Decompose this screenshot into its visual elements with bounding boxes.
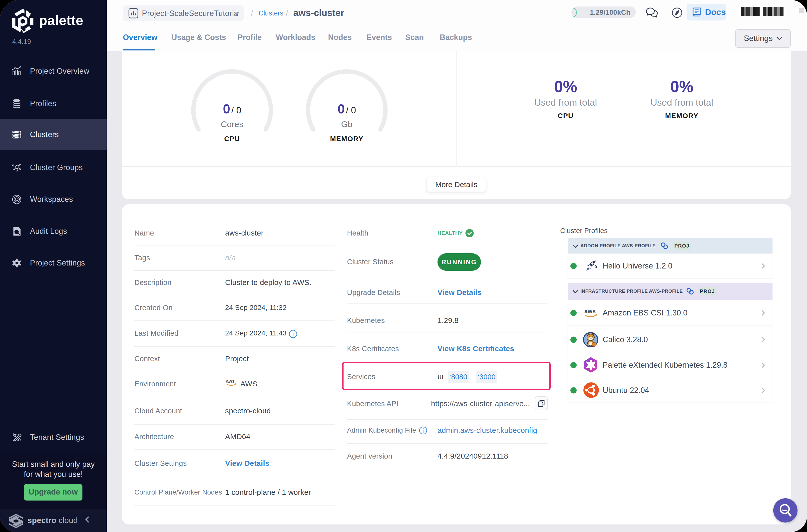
svg-text:aws: aws bbox=[226, 379, 234, 384]
svg-text:aws: aws bbox=[584, 308, 596, 315]
